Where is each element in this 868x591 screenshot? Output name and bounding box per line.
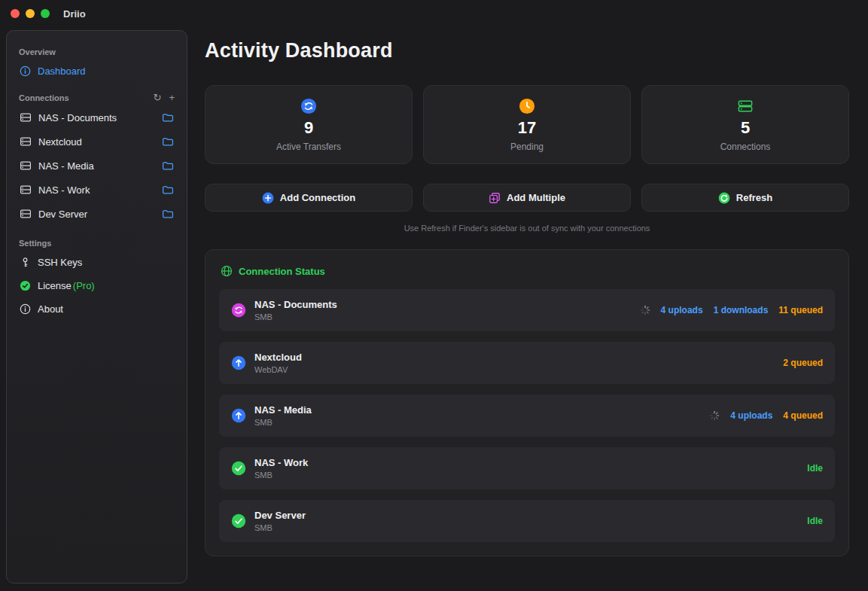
- sidebar-item-about[interactable]: About: [14, 298, 179, 320]
- uploads-badge: 4 uploads: [661, 305, 703, 315]
- sidebar-item-nas-documents[interactable]: NAS - Documents: [14, 106, 179, 129]
- drive-icon: [20, 208, 32, 220]
- section-title-connections: Connections: [19, 93, 69, 102]
- connection-name: NAS - Documents: [254, 299, 337, 310]
- zoom-button[interactable]: [41, 9, 50, 18]
- section-title-overview: Overview: [19, 47, 175, 56]
- clock-icon: [519, 98, 535, 114]
- info-icon: [20, 65, 31, 77]
- stat-card-pending: 17 Pending: [423, 85, 631, 164]
- connection-name: NAS - Media: [254, 404, 312, 416]
- drive-icon: [20, 160, 32, 172]
- status-row-nas-work[interactable]: NAS - Work SMB Idle: [219, 447, 835, 489]
- globe-icon: [221, 265, 233, 277]
- drive-icon: [20, 184, 32, 196]
- activity-spinner: [640, 305, 650, 315]
- folder-icon[interactable]: [162, 160, 174, 172]
- close-button[interactable]: [11, 9, 20, 18]
- sidebar-item-label: Nextcloud: [38, 136, 155, 148]
- add-connection-icon[interactable]: +: [169, 93, 175, 102]
- connection-protocol: SMB: [254, 418, 312, 427]
- button-label: Add Multiple: [507, 192, 565, 203]
- idle-badge: Idle: [807, 463, 823, 474]
- folder-icon[interactable]: [162, 208, 174, 220]
- pro-badge: (Pro): [73, 280, 95, 291]
- stat-card-active-transfers: 9 Active Transfers: [205, 85, 413, 164]
- folder-icon[interactable]: [162, 184, 174, 196]
- sidebar-item-label: NAS - Work: [38, 184, 155, 196]
- sidebar-item-license[interactable]: License(Pro): [14, 275, 179, 297]
- folder-icon[interactable]: [162, 111, 174, 123]
- sidebar-item-label: SSH Keys: [38, 257, 82, 268]
- refresh-circle-icon: [718, 192, 730, 204]
- panel-title: Connection Status: [239, 266, 325, 277]
- sidebar-item-label: About: [38, 303, 63, 315]
- sidebar-item-label: License(Pro): [38, 280, 95, 291]
- add-multiple-button[interactable]: Add Multiple: [423, 184, 631, 212]
- status-row-nas-media[interactable]: NAS - Media SMB 4 uploads: [219, 395, 835, 437]
- license-check-icon: [20, 280, 31, 291]
- stat-value: 17: [518, 118, 536, 138]
- info-icon: [20, 303, 31, 315]
- connection-protocol: SMB: [254, 471, 308, 480]
- titlebar: Driio: [0, 0, 868, 27]
- refresh-connections-icon[interactable]: ↻: [154, 93, 162, 102]
- queued-badge: 4 queued: [783, 410, 823, 421]
- refresh-button[interactable]: Refresh: [641, 184, 849, 212]
- section-title-settings: Settings: [19, 239, 175, 248]
- connection-name: Nextcloud: [254, 352, 302, 363]
- sidebar-item-nas-media[interactable]: NAS - Media: [14, 154, 179, 177]
- stat-card-connections: 5 Connections: [641, 85, 849, 164]
- connection-status-panel: Connection Status NAS - Documents SMB: [205, 249, 849, 556]
- page-title: Activity Dashboard: [205, 39, 849, 62]
- drive-icon: [20, 136, 32, 148]
- sidebar-item-ssh-keys[interactable]: SSH Keys: [14, 251, 179, 273]
- window-title: Driio: [63, 8, 86, 20]
- add-connection-button[interactable]: Add Connection: [205, 184, 413, 212]
- connection-name: NAS - Work: [254, 457, 308, 468]
- uploads-badge: 4 uploads: [730, 410, 772, 421]
- stat-label: Active Transfers: [276, 142, 341, 152]
- upload-circle-icon: [231, 355, 246, 370]
- stat-cards: 9 Active Transfers 17 Pending 5 Connecti…: [205, 85, 849, 164]
- minimize-button[interactable]: [26, 9, 35, 18]
- connection-name: Dev Server: [254, 510, 306, 521]
- button-label: Add Connection: [280, 192, 355, 203]
- status-row-nextcloud[interactable]: Nextcloud WebDAV 2 queued: [219, 342, 835, 384]
- sidebar-item-nextcloud[interactable]: Nextcloud: [14, 130, 179, 153]
- folder-icon[interactable]: [162, 136, 174, 148]
- sidebar-item-label: Dashboard: [38, 65, 86, 77]
- sync-circle-icon: [300, 98, 317, 114]
- queued-badge: 11 queued: [778, 305, 823, 315]
- button-label: Refresh: [736, 192, 772, 203]
- sync-circle-icon: [231, 303, 246, 318]
- sidebar-item-nas-work[interactable]: NAS - Work: [14, 178, 179, 201]
- connections-section-header: Connections ↻ +: [19, 93, 175, 102]
- queued-badge: 2 queued: [783, 358, 823, 368]
- traffic-lights: [11, 9, 50, 18]
- connection-protocol: SMB: [254, 312, 337, 321]
- sidebar: Overview Dashboard Connections ↻ + NAS -…: [6, 30, 187, 583]
- stat-label: Pending: [510, 142, 544, 152]
- stat-value: 9: [304, 118, 313, 138]
- plus-circle-icon: [262, 192, 274, 204]
- main-content: Activity Dashboard 9 Active Transfers 17: [205, 39, 849, 556]
- connection-protocol: WebDAV: [254, 365, 302, 374]
- key-icon: [20, 257, 31, 268]
- status-row-nas-documents[interactable]: NAS - Documents SMB 4 uplo: [219, 289, 835, 331]
- check-circle-icon: [231, 513, 246, 529]
- sidebar-item-dev-server[interactable]: Dev Server: [14, 203, 179, 225]
- sidebar-item-label: Dev Server: [38, 209, 155, 220]
- idle-badge: Idle: [807, 516, 823, 526]
- connection-protocol: SMB: [254, 523, 306, 532]
- sidebar-item-label: NAS - Media: [38, 160, 155, 172]
- sidebar-item-label: NAS - Documents: [38, 112, 155, 123]
- drive-icon: [20, 111, 32, 123]
- stat-label: Connections: [720, 142, 771, 152]
- check-circle-icon: [231, 461, 246, 476]
- downloads-badge: 1 downloads: [714, 305, 769, 315]
- status-row-dev-server[interactable]: Dev Server SMB Idle: [219, 500, 835, 542]
- sidebar-item-dashboard[interactable]: Dashboard: [14, 60, 179, 82]
- server-stack-icon: [737, 98, 754, 114]
- activity-spinner: [709, 410, 720, 421]
